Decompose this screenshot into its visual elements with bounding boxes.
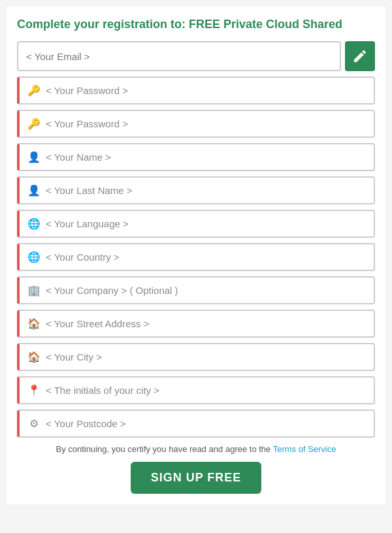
field-password2: 🔑< Your Password > bbox=[17, 110, 375, 138]
company-label: < Your Company > ( Optional ) bbox=[46, 285, 178, 296]
password2-icon: 🔑 bbox=[27, 118, 41, 130]
email-input[interactable] bbox=[17, 41, 341, 71]
street-icon: 🏠 bbox=[27, 317, 41, 330]
field-lastname: 👤< Your Last Name > bbox=[17, 176, 375, 204]
email-row bbox=[17, 41, 375, 71]
field-language: 🌐< Your Language > bbox=[17, 210, 375, 238]
edit-icon bbox=[352, 48, 368, 64]
city_initials-icon: 📍 bbox=[27, 384, 41, 396]
field-country: 🌐< Your Country > bbox=[17, 243, 375, 271]
edit-button[interactable] bbox=[345, 41, 375, 71]
lastname-label: < Your Last Name > bbox=[46, 185, 133, 196]
signup-button[interactable]: SIGN UP FREE bbox=[131, 462, 261, 494]
terms-text: By continuing, you certify you have read… bbox=[17, 444, 375, 454]
field-password1: 🔑< Your Password > bbox=[17, 76, 375, 105]
field-city: 🏠< Your City > bbox=[17, 343, 375, 371]
language-icon: 🌐 bbox=[27, 218, 41, 230]
terms-link[interactable]: Terms of Service bbox=[273, 444, 336, 454]
postcode-label: < Your Postcode > bbox=[46, 418, 126, 429]
field-name: 👤< Your Name > bbox=[17, 143, 375, 171]
name-icon: 👤 bbox=[27, 151, 41, 163]
language-label: < Your Language > bbox=[46, 218, 129, 229]
city-label: < Your City > bbox=[46, 351, 102, 363]
page-title: Complete your registration to: FREE Priv… bbox=[17, 17, 375, 32]
lastname-icon: 👤 bbox=[27, 184, 41, 197]
country-label: < Your Country > bbox=[46, 251, 120, 263]
field-postcode: ⚙< Your Postcode > bbox=[17, 410, 375, 438]
country-icon: 🌐 bbox=[27, 251, 41, 263]
name-label: < Your Name > bbox=[46, 152, 111, 163]
postcode-icon: ⚙ bbox=[27, 417, 41, 430]
city-icon: 🏠 bbox=[27, 351, 41, 363]
field-city_initials: 📍< The initials of your city > bbox=[17, 376, 375, 404]
field-company: 🏢< Your Company > ( Optional ) bbox=[17, 276, 375, 304]
password2-label: < Your Password > bbox=[46, 118, 128, 129]
fields-container: 🔑< Your Password >🔑< Your Password >👤< Y… bbox=[17, 76, 375, 438]
street-label: < Your Street Address > bbox=[46, 318, 149, 329]
password1-icon: 🔑 bbox=[27, 84, 41, 97]
field-street: 🏠< Your Street Address > bbox=[17, 310, 375, 338]
page-container: Complete your registration to: FREE Priv… bbox=[7, 7, 385, 504]
password1-label: < Your Password > bbox=[46, 85, 128, 96]
city_initials-label: < The initials of your city > bbox=[46, 385, 159, 396]
company-icon: 🏢 bbox=[27, 284, 41, 297]
